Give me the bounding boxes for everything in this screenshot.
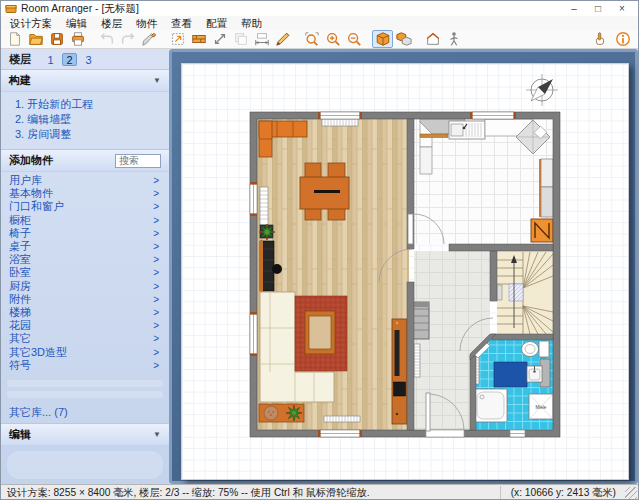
radiator[interactable]	[414, 344, 420, 377]
washing-machine[interactable]: Miele	[529, 394, 553, 419]
object-categories: 用户库 > 基本物件 > 门口和窗户 > 橱柜 >	[1, 172, 169, 375]
stool[interactable]	[272, 264, 282, 274]
undo-button[interactable]	[96, 30, 117, 48]
sidebar-category[interactable]: 楼梯 >	[1, 306, 169, 319]
sidebar-category[interactable]: 用户库 >	[1, 174, 169, 187]
drawing-canvas[interactable]: Miele	[169, 49, 638, 484]
stair-landing[interactable]	[509, 284, 523, 301]
floor-tab[interactable]: 2	[62, 53, 77, 66]
sidebar-category[interactable]: 卧室 >	[1, 266, 169, 279]
walkthrough-button[interactable]	[443, 30, 464, 48]
open-folder-button[interactable]	[25, 30, 46, 48]
wall-button[interactable]	[188, 30, 209, 48]
sidebar-category[interactable]: 门口和窗户 >	[1, 200, 169, 213]
resize-button[interactable]	[209, 30, 230, 48]
objects-3d-button[interactable]	[393, 30, 414, 48]
menu-item[interactable]: 设计方案	[3, 16, 59, 30]
brush-icon	[141, 31, 157, 47]
clone-icon	[233, 31, 249, 47]
floor-tab[interactable]: 1	[43, 53, 58, 66]
menu-item[interactable]: 帮助	[234, 16, 269, 30]
clone-button[interactable]	[230, 30, 251, 48]
svg-text:Miele: Miele	[536, 405, 547, 410]
sidebar: 楼层 123 构建 ▼ 1. 开始新的工程2. 编辑墙壁3. 房间调整 添加物件…	[1, 49, 169, 484]
menu-item[interactable]: 配置	[199, 16, 234, 30]
zoom-in-button[interactable]	[322, 30, 343, 48]
shower-tray[interactable]	[474, 389, 507, 422]
bath-mat[interactable]	[494, 362, 527, 387]
menu-item[interactable]: 物件	[129, 16, 164, 30]
menu-item[interactable]: 楼层	[94, 16, 129, 30]
resize-grip[interactable]	[625, 487, 637, 499]
floors-row: 楼层 123	[1, 49, 169, 69]
sidebar-category[interactable]: 桌子 >	[1, 240, 169, 253]
save-button[interactable]	[46, 30, 67, 48]
floor-plan-svg[interactable]: Miele	[182, 64, 630, 481]
edit-section-header[interactable]: 编辑 ▼	[1, 423, 169, 446]
menu-item[interactable]: 编辑	[59, 16, 94, 30]
sidebar-category[interactable]: 其它3D造型 >	[1, 345, 169, 358]
zoom-fit-button[interactable]	[301, 30, 322, 48]
sidebar-category[interactable]: 椅子 >	[1, 227, 169, 240]
build-step-link[interactable]: 3. 房间调整	[15, 127, 169, 142]
build-section-header[interactable]: 构建 ▼	[1, 69, 169, 92]
kitchen-sink[interactable]	[449, 121, 485, 139]
toilet[interactable]	[522, 341, 550, 357]
radiator[interactable]	[260, 187, 268, 225]
kitchen-wall-cabinets[interactable]	[539, 159, 553, 217]
potted-plant[interactable]	[259, 224, 275, 240]
coffee-table[interactable]	[305, 311, 335, 354]
hall-shelf[interactable]	[412, 302, 429, 339]
plan-page[interactable]: Miele	[181, 63, 629, 480]
caret-down-icon: ▼	[153, 430, 161, 439]
compass-icon[interactable]	[526, 74, 558, 106]
redo-button[interactable]	[117, 30, 138, 48]
view-3d-icon	[375, 31, 391, 47]
sidebar-category[interactable]: 其它 >	[1, 332, 169, 345]
toolbar-buttons	[4, 30, 464, 48]
sidebar-category[interactable]: 花园 >	[1, 319, 169, 332]
open-folder-icon	[28, 31, 44, 47]
room-wizard-button[interactable]	[167, 30, 188, 48]
new-file-button[interactable]	[4, 30, 25, 48]
maximize-button[interactable]: □	[586, 1, 610, 16]
chevron-right-icon: >	[153, 347, 159, 358]
chevron-right-icon: >	[153, 228, 159, 239]
main-area: 楼层 123 构建 ▼ 1. 开始新的工程2. 编辑墙壁3. 房间调整 添加物件…	[1, 49, 638, 484]
minimize-button[interactable]: –	[562, 1, 586, 16]
pencil-button[interactable]	[272, 30, 293, 48]
view-3d-button[interactable]	[372, 30, 393, 48]
close-button[interactable]: ×	[610, 1, 634, 16]
sidebar-category[interactable]: 厨房 >	[1, 280, 169, 293]
refrigerator[interactable]	[531, 219, 553, 242]
sidebar-category[interactable]: 基本物件 >	[1, 187, 169, 200]
corner-bench[interactable]	[259, 404, 304, 422]
print-button[interactable]	[67, 30, 88, 48]
house-3d-button[interactable]	[422, 30, 443, 48]
floor-tab[interactable]: 3	[81, 53, 96, 66]
build-step-link[interactable]: 2. 编辑墙壁	[15, 112, 169, 127]
build-step-link[interactable]: 1. 开始新的工程	[15, 97, 169, 112]
brush-button[interactable]	[138, 30, 159, 48]
ghost-panel	[7, 391, 163, 398]
sidebar-category[interactable]: 附件 >	[1, 293, 169, 306]
pointer-mode-button[interactable]	[589, 30, 610, 48]
bathroom-sink[interactable]	[527, 366, 542, 382]
status-bar: 设计方案: 8255 × 8400 毫米, 楼层: 2/3 -- 缩放: 75%…	[1, 484, 638, 500]
about-button[interactable]	[612, 30, 633, 48]
sidebar-category[interactable]: 橱柜 >	[1, 214, 169, 227]
search-input[interactable]	[115, 154, 161, 168]
dimension-button[interactable]	[251, 30, 272, 48]
other-libraries-link[interactable]: 其它库... (7)	[1, 403, 169, 423]
chevron-right-icon: >	[153, 281, 159, 292]
about-icon	[615, 31, 631, 47]
tall-cabinet[interactable]	[260, 241, 274, 291]
menu-item[interactable]: 查看	[164, 16, 199, 30]
radiator[interactable]	[324, 416, 360, 422]
tv-cabinet[interactable]	[392, 319, 407, 424]
zoom-in-icon	[325, 31, 341, 47]
sidebar-empty-area	[1, 375, 169, 403]
sidebar-category[interactable]: 浴室 >	[1, 253, 169, 266]
zoom-out-button[interactable]	[343, 30, 364, 48]
sidebar-category[interactable]: 符号 >	[1, 359, 169, 372]
